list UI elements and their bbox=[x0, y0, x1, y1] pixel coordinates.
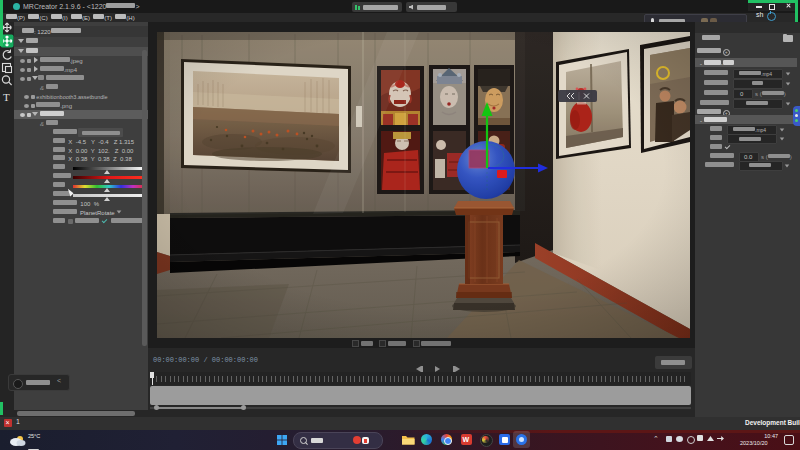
svg-text:T: T bbox=[3, 91, 10, 103]
